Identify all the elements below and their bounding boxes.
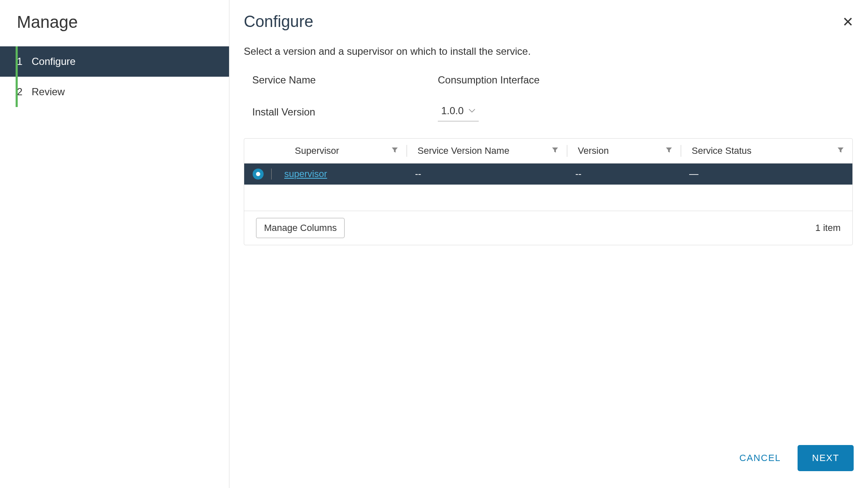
table-row[interactable]: supervisor -- -- — [244,164,852,185]
row-divider [271,169,272,180]
item-count: 1 item [815,223,841,233]
wizard-sidebar: Manage 1 Configure 2 Review [0,0,229,488]
filter-icon[interactable] [552,147,558,156]
column-header-version[interactable]: Version [567,139,681,164]
column-header-service-version-name[interactable]: Service Version Name [407,139,567,164]
install-version-row: Install Version 1.0.0 [244,103,854,121]
row-select-radio[interactable] [253,169,264,180]
chevron-down-icon [469,107,475,115]
install-version-value: 1.0.0 [441,105,464,117]
cell-service-status: — [681,164,852,185]
supervisor-table-container: Supervisor Service Version Name [244,138,853,245]
cell-version: -- [567,164,681,185]
filter-icon[interactable] [666,147,672,156]
column-label: Service Status [692,145,752,156]
wizard-footer: CANCEL NEXT [739,445,854,471]
service-name-value: Consumption Interface [438,74,539,86]
service-name-row: Service Name Consumption Interface [244,74,854,86]
manage-columns-button[interactable]: Manage Columns [256,218,345,238]
step-review[interactable]: 2 Review [0,77,229,107]
service-name-label: Service Name [252,74,438,86]
column-label: Version [578,145,609,156]
supervisor-link[interactable]: supervisor [284,169,327,179]
step-number: 2 [17,86,32,98]
install-version-label: Install Version [252,106,438,118]
cell-service-version-name: -- [407,164,567,185]
main-content: Configure ✕ Select a version and a super… [229,0,868,488]
step-label: Configure [32,56,75,67]
column-header-service-status[interactable]: Service Status [681,139,852,164]
page-description: Select a version and a supervisor on whi… [244,46,854,57]
column-label: Service Version Name [418,145,509,156]
table-footer: Manage Columns 1 item [244,211,852,245]
close-icon[interactable]: ✕ [842,14,854,30]
filter-icon[interactable] [391,147,398,156]
step-number: 1 [17,56,32,67]
column-header-supervisor[interactable]: Supervisor [280,139,407,164]
column-header-select [244,139,280,164]
page-title: Configure [244,13,313,31]
next-button[interactable]: NEXT [798,445,854,471]
table-empty-row [244,185,852,211]
filter-icon[interactable] [837,147,844,156]
supervisor-table: Supervisor Service Version Name [244,139,852,211]
install-version-dropdown[interactable]: 1.0.0 [438,103,479,121]
step-label: Review [32,86,65,98]
step-configure[interactable]: 1 Configure [0,46,229,77]
column-label: Supervisor [295,145,339,156]
sidebar-title: Manage [0,13,229,32]
cancel-button[interactable]: CANCEL [739,453,781,464]
